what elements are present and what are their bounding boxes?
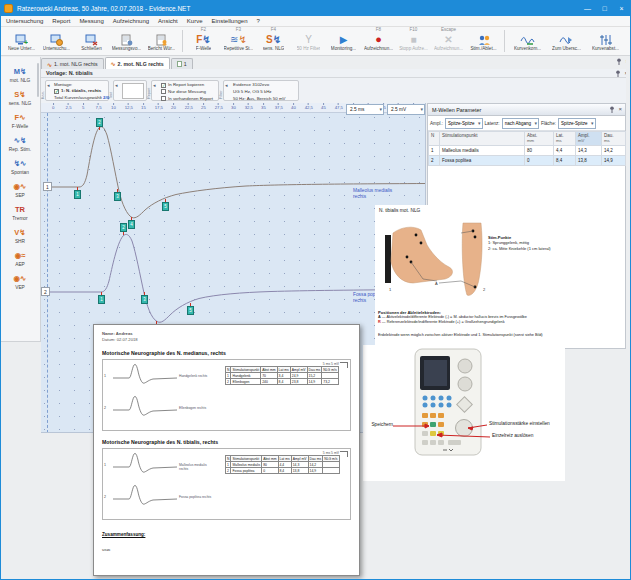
- text-entry-box[interactable]: [122, 83, 144, 99]
- filter-50hz-icon: Y: [305, 33, 312, 46]
- menu-untersuchung[interactable]: Untersuchung: [6, 18, 43, 24]
- latency-mode-select[interactable]: nach Abgang▾: [502, 118, 539, 129]
- menu-kurve[interactable]: Kurve: [187, 18, 203, 24]
- marker-flag[interactable]: 2: [120, 223, 127, 232]
- sidebar-item-vep[interactable]: ◉∿VEP: [1, 274, 39, 296]
- curve-spacing-button[interactable]: Kurvenabst...: [586, 27, 625, 55]
- collapse-arrow-icon[interactable]: ◂: [47, 82, 50, 88]
- sidebar-item-sep[interactable]: ◉∿SEP: [1, 182, 39, 204]
- new-examination-button[interactable]: + Neue Unter...: [4, 27, 39, 55]
- mot-nlg-icon: M↯: [1, 67, 39, 77]
- sidebar-item-mot-nlg[interactable]: M↯mot. NLG: [1, 67, 39, 89]
- exam-date-line: Datum: 02.07.2018: [102, 337, 351, 343]
- sidebar-item-sens-nlg[interactable]: S↯sens. NLG: [1, 90, 39, 112]
- checkbox-checked-icon: ✓: [161, 83, 166, 88]
- mwave-table: N Stimulationspunkt Abst.mm Lat.ms Ampl.…: [428, 131, 626, 166]
- channel-2-label[interactable]: 2: [41, 287, 50, 296]
- channel-group: ◂ Kan. Montage: ✓1: N. tibialis, rechts …: [45, 80, 109, 101]
- doc-table-cell: 14,9: [307, 379, 322, 385]
- monitoring-button[interactable]: ▶ Monitoring...: [326, 27, 361, 55]
- col-n[interactable]: N: [429, 132, 440, 146]
- marker-flag[interactable]: 4: [128, 220, 135, 229]
- stop-record-button[interactable]: F10 ■ Stopp Aufze...: [396, 27, 431, 55]
- pin-icon[interactable]: [609, 106, 615, 113]
- col-dauer[interactable]: Dau.ms: [602, 132, 626, 146]
- modality-sidebar: M↯mot. NLG S↯sens. NLG F∿F-Welle ∿↯Rep. …: [1, 57, 41, 342]
- close-button[interactable]: ×: [613, 1, 630, 16]
- sidebar-item-aep[interactable]: ◉≈AEP: [1, 251, 39, 273]
- menu-help[interactable]: ?: [257, 18, 260, 24]
- doc-trace1-label: Handgelenk rechts: [179, 374, 213, 378]
- sidebar-item-rep-stim[interactable]: ∿↯Rep. Stim.: [1, 136, 39, 158]
- sidebar-item-tremor[interactable]: TRTremor: [1, 205, 39, 227]
- table-row-selected[interactable]: 2 Fossa poplitea 0 8,4 13,8 14,9: [429, 156, 626, 166]
- menu-ansicht[interactable]: Ansicht: [158, 18, 178, 24]
- sidebar-item-shr[interactable]: V↯SHR: [1, 228, 39, 250]
- existing-report-checkbox[interactable]: In vorhandenen Report: [161, 96, 213, 101]
- play-icon: ▶: [340, 33, 348, 46]
- menu-aufzeichnung[interactable]: Aufzeichnung: [113, 18, 149, 24]
- tab-mot-nlg-2[interactable]: ∿2. mot. NLG rechts: [105, 57, 170, 69]
- stim-electrodes-button[interactable]: Stim./Ablet...: [466, 27, 501, 55]
- only-this-measurement-checkbox[interactable]: Nur diese Messung: [161, 89, 206, 94]
- template-bar: Vorlage: N. tibialis ×: [41, 69, 631, 78]
- amplitude-mode-select[interactable]: Spitze-Spitze▾: [445, 118, 483, 129]
- toolbar: + Neue Unter... Untersuchu... Schließen …: [1, 27, 631, 56]
- close-examination-button[interactable]: Schließen: [74, 27, 109, 55]
- chevron-down-icon: ▾: [591, 119, 594, 128]
- vep-icon: ◉∿: [1, 274, 39, 284]
- escape-record-button[interactable]: Escape ✕ Aufzeichnun...: [431, 27, 466, 55]
- sidebar-item-f-welle[interactable]: F∿F-Welle: [1, 113, 39, 135]
- tremor-icon: TR: [1, 205, 39, 215]
- rep-stim-icon: ∿↯: [1, 136, 39, 146]
- marker-flag[interactable]: 3: [114, 192, 121, 201]
- amp-scale-select[interactable]: 2.5 mV▾: [387, 104, 425, 115]
- channel-checkbox[interactable]: ✓1: N. tibialis, rechts: [54, 88, 101, 94]
- col-latenz[interactable]: Lat.ms: [554, 132, 576, 146]
- sidebar-scrollbar[interactable]: [37, 63, 39, 97]
- col-stimulationspunkt[interactable]: Stimulationspunkt: [440, 132, 525, 146]
- sidebar-item-spontan[interactable]: ↯∿Spontan: [1, 159, 39, 181]
- pin-icon[interactable]: [615, 70, 621, 77]
- channel-1-label[interactable]: 1: [43, 182, 52, 191]
- filter-50hz-button[interactable]: Y 50 Hz Filter: [291, 27, 326, 55]
- marker-flag[interactable]: 2: [96, 118, 103, 127]
- minimize-button[interactable]: —: [579, 1, 596, 16]
- record-button[interactable]: F8 ● Aufzeichnun...: [361, 27, 396, 55]
- col-abstand[interactable]: Abst.mm: [525, 132, 554, 146]
- app-background: [626, 57, 631, 580]
- tab-mot-nlg-1[interactable]: ∿1. mot. NLG rechts: [41, 58, 104, 69]
- marker-flag[interactable]: 1: [74, 190, 81, 199]
- table-row[interactable]: 1 Malleolus medialis 80 4,4 14,3 14,2: [429, 146, 626, 156]
- area-mode-select[interactable]: Spitze-Spitze▾: [558, 118, 596, 129]
- f-welle-icon: F∿: [1, 113, 39, 123]
- marker-flag[interactable]: 3: [141, 295, 148, 304]
- pin-icon[interactable]: [616, 58, 622, 65]
- doc-trace2-label: Fossa poplitea rechts: [179, 495, 213, 499]
- maximize-button[interactable]: □: [596, 1, 613, 16]
- menu-einstellungen[interactable]: Einstellungen: [211, 18, 247, 24]
- collapse-arrow-icon[interactable]: ◂: [225, 82, 228, 88]
- col-amplitude[interactable]: Ampl.mV: [576, 132, 602, 146]
- marker-flag[interactable]: 5: [162, 202, 169, 211]
- menu-messung[interactable]: Messung: [79, 18, 103, 24]
- mwave-panel-title: M-Wellen Parameter ×: [428, 104, 625, 116]
- marker-flag[interactable]: 1: [98, 295, 105, 304]
- tab-report-1[interactable]: 1: [171, 58, 193, 69]
- app-window: Ratzerowski Andreas, 50 Jahre, 02.07.201…: [0, 0, 631, 580]
- measurement-template-button[interactable]: Messungsvo...: [109, 27, 144, 55]
- marker-flag[interactable]: 5: [187, 306, 194, 315]
- curve-compare-button[interactable]: Kurvenkom...: [508, 27, 547, 55]
- open-examination-button[interactable]: Untersuchu...: [39, 27, 74, 55]
- time-scale-select[interactable]: 2.5 ms▾: [346, 104, 384, 115]
- collapse-arrow-icon[interactable]: ◂: [115, 82, 118, 88]
- report-copy-checkbox[interactable]: ✓In Report kopieren: [161, 82, 204, 88]
- repetitive-stim-button[interactable]: F3 ≋↯ Repetitive St...: [221, 27, 256, 55]
- close-panel-icon[interactable]: ×: [618, 106, 622, 113]
- menu-report[interactable]: Report: [52, 18, 70, 24]
- report-wizard-button[interactable]: Bericht Wür...: [144, 27, 179, 55]
- f-wave-button[interactable]: F2 F↯ F-Welle: [186, 27, 221, 55]
- collapse-arrow-icon[interactable]: ◂: [153, 82, 156, 88]
- sensory-ncs-button[interactable]: F4 S↯ sens. NLG: [256, 27, 291, 55]
- to-overview-button[interactable]: Zum Übersc...: [547, 27, 586, 55]
